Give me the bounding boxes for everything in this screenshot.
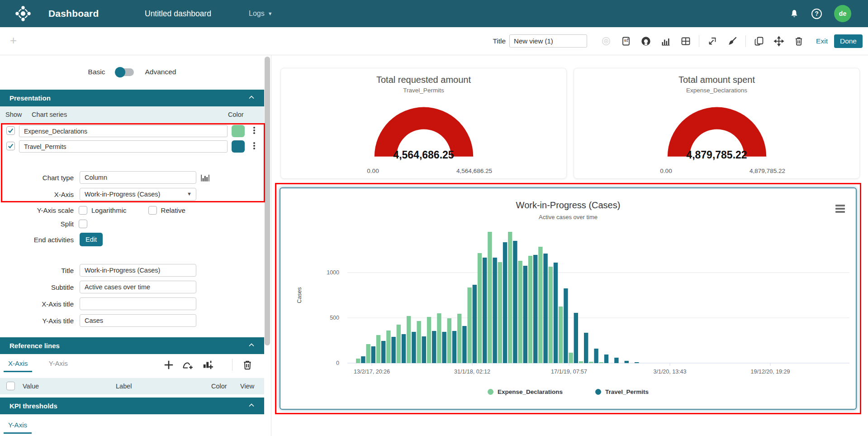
tab-x-axis[interactable]: X-Axis [4,355,32,372]
add-reference-line-icon[interactable] [163,359,175,373]
series-options-kebab-icon[interactable] [251,141,257,150]
gauge-widget-icon[interactable] [640,35,652,47]
basic-mode-label: Basic [88,68,105,76]
split-row: Split [0,219,264,229]
relative-label: Relative [161,206,185,214]
view-column-label: View [240,378,254,394]
presentation-header-label: Presentation [9,94,51,102]
presentation-section-header[interactable]: Presentation [0,90,264,106]
tab-y-axis-kpi[interactable]: Y-Axis [4,417,32,434]
series-name-input[interactable] [19,140,228,153]
series-name-input[interactable] [19,125,228,137]
exit-button[interactable]: Exit [816,37,828,45]
reference-lines-section-header[interactable]: Reference lines [0,337,264,354]
series-options-kebab-icon[interactable] [251,126,257,135]
x-axis-select[interactable] [80,188,196,201]
end-activities-edit-button[interactable]: Edit [80,233,103,246]
delete-reference-line-icon[interactable] [242,359,253,373]
wip-chart-card[interactable]: Work-in-Progress (Cases) Active cases ov… [280,187,857,410]
chevron-down-icon: ▼ [268,11,273,16]
kpi-thresholds-section-header[interactable]: KPI thresholds [0,398,264,414]
chart-subtitle-input[interactable] [80,281,196,293]
legend-dot [488,389,493,395]
svg-text:500: 500 [330,315,339,321]
table-widget-icon[interactable] [680,35,692,47]
collapse-chevron-icon[interactable] [249,403,254,407]
x-axis-title-input[interactable] [80,297,196,310]
app-title: Dashboard [48,8,99,19]
split-checkbox[interactable] [79,220,87,228]
app-logo-icon [15,6,31,21]
add-bar-reference-icon[interactable] [202,359,213,373]
chart-type-label: Chart type [0,174,74,182]
sidebar-divider [271,55,271,436]
add-curve-reference-icon[interactable] [182,359,194,373]
chart-legend: Expense_Declarations Travel_Permits [280,388,856,395]
chart-menu-icon[interactable] [835,205,845,213]
toggle-knob [115,67,125,77]
svg-text:1000: 1000 [327,269,339,276]
kpi-card-total-spent[interactable]: Total amount spent Expense_Declarations … [574,68,860,179]
svg-text:19/12/20, 19:29: 19/12/20, 19:29 [751,369,790,375]
toolbar-controls: Title 01 [493,27,863,55]
bar-chart-widget-icon[interactable] [660,35,672,47]
title-row: Title [0,264,264,277]
toolbar-separator [232,359,232,371]
kpi-card-widget-icon[interactable]: 01 [620,35,632,47]
end-activities-row: End activities Edit [0,233,264,246]
color-column-label: Color [211,378,227,394]
widget-toolbar-icons: 01 [596,35,809,47]
sidebar-scrollbar[interactable] [265,57,270,345]
series-color-swatch[interactable] [232,140,245,153]
done-button[interactable]: Done [834,34,863,48]
kpi-card-total-requested[interactable]: Total requested amount Travel_Permits 4,… [280,68,567,179]
view-title-input[interactable] [509,34,587,48]
settings-sidebar: Basic Advanced Presentation Show Chart s… [0,55,264,436]
paintbrush-icon[interactable] [726,35,738,47]
delete-widget-icon[interactable] [793,35,805,47]
tab-y-axis[interactable]: Y-Axis [44,355,72,372]
copy-icon[interactable] [753,35,765,47]
dashboard-app: Dashboard Untitled dashboard Logs ▼ ? de… [0,0,868,436]
view-title-label: Title [493,37,506,45]
collapse-chevron-icon[interactable] [249,343,254,347]
series-checkbox[interactable] [6,126,15,135]
logs-menu[interactable]: Logs ▼ [249,10,273,18]
value-column-label: Value [23,378,39,394]
toolbar-separator [699,35,699,47]
chart-title-input[interactable] [80,264,196,277]
logarithmic-checkbox[interactable] [79,206,87,215]
dashboard-name[interactable]: Untitled dashboard [145,9,211,19]
svg-text:13/2/17, 20:26: 13/2/17, 20:26 [354,369,390,375]
process-explorer-icon[interactable] [600,35,612,47]
series-row-expense-declarations [0,125,264,139]
chart-subtitle: Active cases over time [280,214,856,220]
basic-advanced-toggle[interactable] [116,68,134,76]
relative-checkbox[interactable] [148,206,157,215]
legend-item-travel-permits[interactable]: Travel_Permits [595,388,649,395]
x-axis-title-label: X-Axis title [0,300,74,308]
view-toolbar: + Title 01 [0,27,868,55]
top-navbar: Dashboard Untitled dashboard Logs ▼ ? de [0,0,868,27]
chart-type-input[interactable] [80,171,196,184]
y-axis-title-input[interactable] [80,314,196,327]
legend-item-expense-declarations[interactable]: Expense_Declarations [488,388,563,395]
reference-lines-columns-header: Value Label Color View [0,378,264,394]
help-icon[interactable]: ? [811,9,822,19]
move-widget-icon[interactable] [773,35,785,47]
notifications-bell-icon[interactable] [789,8,799,19]
user-avatar[interactable]: de [834,5,851,22]
series-checkbox[interactable] [6,142,15,150]
svg-text:01: 01 [624,38,628,43]
kpi-value: 4,564,686.25 [281,149,566,161]
add-view-button[interactable]: + [10,34,17,46]
gauge-max-label: 4,564,686.25 [456,168,492,174]
series-color-swatch[interactable] [232,125,245,137]
collapse-chevron-icon[interactable] [249,96,254,99]
column-chart: 05001000Cases13/2/17, 20:2631/1/18, 02:1… [280,227,856,387]
select-all-checkbox[interactable] [6,382,15,390]
y-axis-scale-row: Y-Axis scale Logarithmic Relative [0,205,264,215]
send-to-dashboard-icon[interactable] [707,35,718,47]
y-axis-scale-label: Y-Axis scale [0,206,74,214]
svg-text:31/1/18, 02:12: 31/1/18, 02:12 [454,369,490,375]
